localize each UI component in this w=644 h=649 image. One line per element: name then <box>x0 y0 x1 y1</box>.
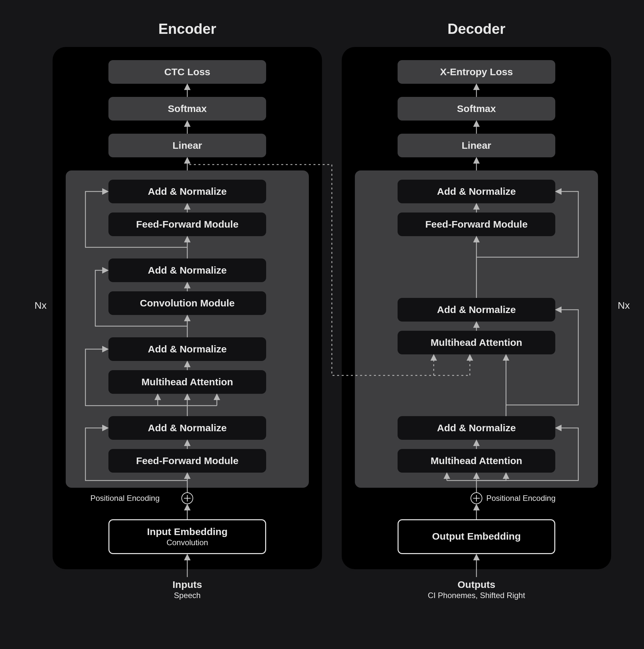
dec-addnorm-1: Add & Normalize <box>398 180 555 203</box>
decoder-output-sub: CI Phonemes, Shifted Right <box>371 591 581 600</box>
encoder-softmax: Softmax <box>109 97 266 121</box>
encoder-linear: Linear <box>109 134 266 157</box>
enc-addnorm-4: Add & Normalize <box>109 416 266 440</box>
encoder-input-label: Inputs Speech <box>109 579 266 600</box>
dec-cross-mha: Multihead Attention <box>398 331 555 354</box>
encoder-input-sub: Speech <box>109 591 266 600</box>
encoder-nx-label: Nx <box>35 300 47 311</box>
dec-ff: Feed-Forward Module <box>398 213 555 236</box>
enc-addnorm-3: Add & Normalize <box>109 337 266 361</box>
enc-mha: Multihead Attention <box>109 370 266 394</box>
decoder-output-label: Outputs CI Phonemes, Shifted Right <box>371 579 581 600</box>
decoder-linear: Linear <box>398 134 555 157</box>
decoder-nx-label: Nx <box>618 300 630 311</box>
encoder-pe-add-icon <box>182 492 193 504</box>
encoder-ctc-loss: CTC Loss <box>109 60 266 84</box>
decoder-softmax: Softmax <box>398 97 555 121</box>
decoder-xent-loss: X-Entropy Loss <box>398 60 555 84</box>
encoder-title: Encoder <box>52 21 322 37</box>
encoder-embedding-title: Input Embedding <box>147 526 228 537</box>
enc-ff-1: Feed-Forward Module <box>109 213 266 236</box>
architecture-diagram: Encoder Decoder Nx Nx CTC Loss Softmax L… <box>20 21 624 628</box>
encoder-pe-label: Positional Encoding <box>90 494 160 503</box>
enc-addnorm-1: Add & Normalize <box>109 180 266 203</box>
enc-ff-2: Feed-Forward Module <box>109 449 266 473</box>
decoder-embedding: Output Embedding <box>398 519 555 554</box>
dec-addnorm-2: Add & Normalize <box>398 298 555 321</box>
encoder-embedding: Input Embedding Convolution <box>109 519 266 554</box>
encoder-input-title: Inputs <box>109 579 266 590</box>
enc-addnorm-2: Add & Normalize <box>109 258 266 282</box>
encoder-embedding-sub: Convolution <box>167 538 208 547</box>
enc-conv: Convolution Module <box>109 291 266 315</box>
decoder-title: Decoder <box>342 21 611 37</box>
decoder-embedding-title: Output Embedding <box>432 531 521 542</box>
decoder-pe-label: Positional Encoding <box>486 494 556 503</box>
decoder-pe-add-icon <box>471 492 482 504</box>
decoder-output-title: Outputs <box>371 579 581 590</box>
dec-self-mha: Multihead Attention <box>398 449 555 473</box>
dec-addnorm-3: Add & Normalize <box>398 416 555 440</box>
